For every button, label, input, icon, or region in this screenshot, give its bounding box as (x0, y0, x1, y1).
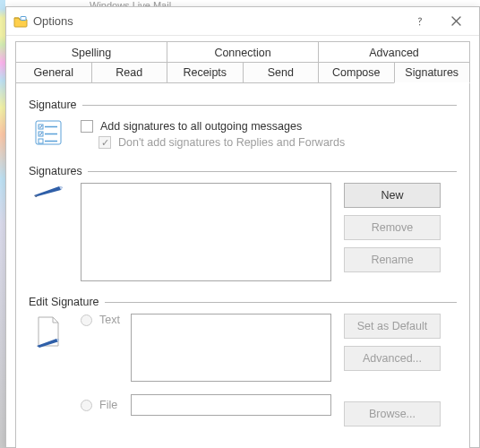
signature-text-input[interactable] (131, 314, 331, 382)
checkbox-add-signatures-row: Add signatures to all outgoing messages (81, 120, 457, 133)
options-dialog: Options Spelling Connection Advanced Gen… (5, 6, 480, 448)
checkbox-skip-replies-label: Don't add signatures to Replies and Forw… (118, 136, 345, 149)
tab-advanced[interactable]: Advanced (318, 41, 470, 63)
radio-file (81, 400, 92, 411)
tab-compose[interactable]: Compose (318, 62, 395, 83)
help-button[interactable] (402, 10, 438, 33)
svg-rect-0 (21, 16, 26, 20)
window-title: Options (33, 14, 402, 28)
checkbox-skip-replies (99, 136, 111, 149)
radio-text (81, 314, 92, 326)
folder-icon (13, 14, 28, 29)
titlebar: Options (6, 7, 479, 36)
tab-read[interactable]: Read (91, 62, 168, 83)
browse-button: Browse... (344, 401, 441, 426)
tab-general[interactable]: General (15, 62, 92, 83)
edit-buttons: Set as Default Advanced... Browse... (344, 314, 441, 426)
signatures-buttons: New Remove Rename (344, 183, 441, 281)
group-label-signature: Signature (29, 99, 82, 111)
tab-spelling[interactable]: Spelling (15, 41, 167, 63)
group-label-edit: Edit Signature (29, 296, 105, 308)
radio-file-label: File (99, 399, 117, 411)
tab-row-top: Spelling Connection Advanced (15, 41, 470, 63)
radio-text-label: Text (99, 314, 120, 326)
close-button[interactable] (438, 10, 474, 33)
group-header-signatures: Signatures (29, 165, 457, 177)
dialog-content: Spelling Connection Advanced General Rea… (6, 36, 479, 448)
checkbox-add-signatures-label: Add signatures to all outgoing messages (100, 120, 302, 133)
tab-send[interactable]: Send (243, 62, 320, 83)
tab-receipts[interactable]: Receipts (167, 62, 244, 83)
new-button[interactable]: New (344, 183, 441, 208)
tab-signatures[interactable]: Signatures (394, 62, 471, 83)
advanced-button: Advanced... (344, 346, 441, 371)
checklist-icon (29, 116, 68, 152)
pen-icon (29, 183, 68, 281)
tab-row-bottom: General Read Receipts Send Compose Signa… (15, 62, 470, 83)
group-header-signature: Signature (29, 99, 457, 111)
remove-button: Remove (344, 215, 441, 240)
checkbox-skip-replies-row: Don't add signatures to Replies and Forw… (99, 136, 457, 149)
tab-panel-signatures: Signature (15, 82, 470, 448)
checkbox-add-signatures[interactable] (81, 120, 93, 133)
document-pen-icon (29, 314, 68, 426)
signatures-listbox[interactable] (81, 183, 331, 281)
rename-button: Rename (344, 247, 441, 272)
tab-connection[interactable]: Connection (167, 41, 319, 63)
set-default-button: Set as Default (344, 314, 441, 339)
radio-file-row: File (81, 399, 131, 411)
group-header-edit: Edit Signature (29, 296, 457, 308)
group-label-signatures: Signatures (29, 165, 88, 177)
radio-text-row: Text (81, 314, 131, 326)
signature-file-input[interactable] (131, 394, 331, 416)
